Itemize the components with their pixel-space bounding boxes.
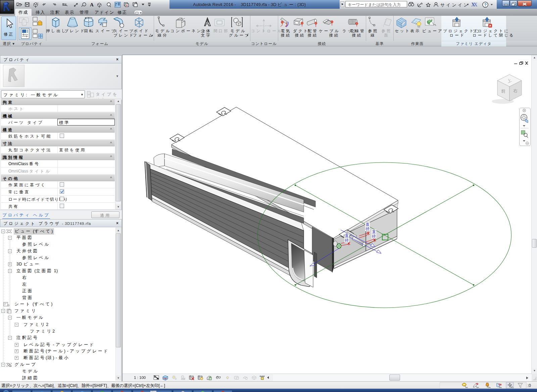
svg-text:?: ? [484,3,487,7]
svg-text:前: 前 [501,89,505,94]
svg-text:直: 直 [372,230,376,234]
svg-text:径: 径 [372,234,376,239]
svg-text:径: 径 [345,238,349,243]
svg-text:直: 直 [365,222,370,227]
svg-text::0: :0 [528,383,531,388]
svg-text:直: 直 [345,234,349,238]
svg-text:A: A [90,2,94,7]
svg-text:X: X [474,2,478,7]
svg-text:右: 右 [513,88,518,93]
svg-text:径: 径 [365,227,370,231]
